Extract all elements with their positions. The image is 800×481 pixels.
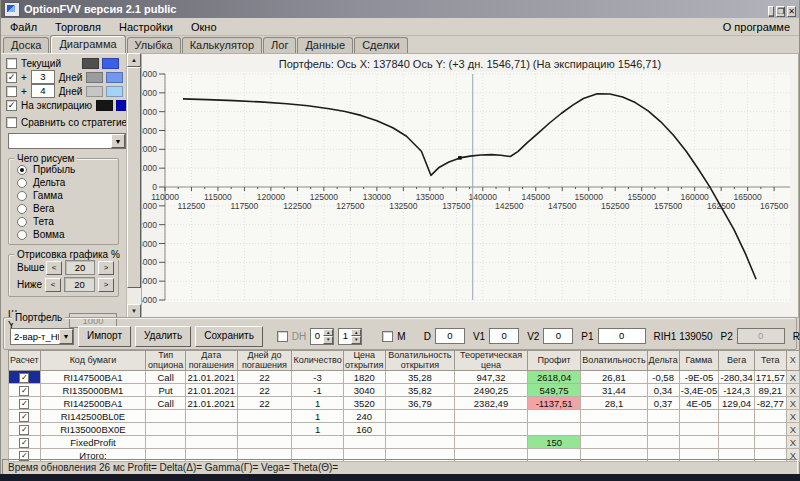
radio-row-profit[interactable]: Прибыль [17, 163, 114, 176]
current-checkbox[interactable] [6, 58, 17, 69]
menu-item-file[interactable]: Файл [1, 20, 46, 34]
column-header: Гамма [679, 351, 719, 371]
tab-board[interactable]: Доска [3, 37, 49, 53]
y-tick-label: 4000 [142, 107, 157, 117]
compare-strategy-checkbox[interactable] [6, 117, 17, 128]
scroll-down-icon[interactable]: ▼ [127, 304, 141, 318]
profit-chart[interactable]: -6000-5000-4000-3000-2000-10000100020003… [142, 54, 800, 317]
menu-item-window[interactable]: Окно [182, 20, 226, 34]
radio-vega[interactable] [17, 204, 27, 214]
calc-checkbox-cell[interactable]: ✓ [9, 410, 41, 423]
spin-up-icon[interactable]: ▲ [323, 329, 333, 337]
strategy-select[interactable]: ▼ [8, 133, 126, 149]
range-below-decrease-button[interactable]: < [45, 278, 61, 292]
scrollbar-thumb[interactable] [127, 67, 141, 288]
row-delete-button[interactable]: X [786, 397, 799, 410]
expiration-checkbox[interactable]: ✓ [6, 100, 17, 111]
row-delete-button[interactable]: X [786, 436, 799, 449]
radio-row-theta[interactable]: Тета [17, 215, 114, 228]
tab-calculator[interactable]: Калькулятор [182, 37, 262, 53]
sidebar-scrollbar[interactable]: ▲ ▼ [126, 53, 141, 318]
calc-checkbox-cell[interactable]: ✓ [9, 423, 41, 436]
row-checkbox[interactable]: ✓ [19, 438, 29, 448]
plus4-fill-color-swatch[interactable] [106, 86, 123, 97]
cell: 89,21 [754, 384, 786, 397]
radio-profit[interactable] [17, 165, 27, 175]
delete-button[interactable]: Удалить [135, 326, 191, 347]
minimize-button[interactable]: _ [768, 6, 774, 17]
range-below-increase-button[interactable]: > [98, 278, 114, 292]
menu-bar: ФайлТорговляНастройкиОкноО программе [1, 18, 799, 36]
calc-checkbox-cell[interactable]: ✓ [9, 371, 41, 384]
radio-row-gamma[interactable]: Гамма [17, 189, 114, 202]
menu-item-trade[interactable]: Торговля [46, 20, 110, 34]
row-checkbox[interactable]: ✓ [19, 412, 29, 422]
status-text: Время обновления 26 мс Profit= Delta(Δ)=… [8, 462, 338, 473]
row-checkbox[interactable]: ✓ [19, 399, 29, 409]
close-button[interactable]: ✕ [787, 6, 796, 17]
tab-smile[interactable]: Улыбка [127, 37, 181, 53]
current-line-color-swatch[interactable] [82, 58, 99, 69]
spin-down-icon[interactable]: ▼ [351, 336, 361, 344]
radio-theta[interactable] [17, 217, 27, 227]
x-tick-label: 137500 [442, 201, 471, 211]
radio-row-vega[interactable]: Вега [17, 202, 114, 215]
import-button[interactable]: Импорт [78, 326, 131, 347]
chevron-down-icon[interactable]: ▼ [111, 134, 125, 148]
v2-input[interactable]: 0 [543, 328, 573, 344]
save-button[interactable]: Сохранить [195, 326, 263, 347]
plus4-line-color-swatch[interactable] [86, 86, 103, 97]
title-bar: OptionFVV версия 2.1 public _❐✕ [1, 0, 799, 18]
spin-down-icon[interactable]: ▼ [323, 336, 333, 344]
menu-item-about[interactable]: О программе [714, 20, 799, 34]
row-checkbox[interactable]: ✓ [19, 425, 29, 435]
tab-log[interactable]: Лог [263, 37, 296, 53]
menu-item-settings[interactable]: Настройки [110, 20, 182, 34]
dh-spinner-2[interactable]: 1 ▲▼ [338, 328, 362, 345]
radio-delta[interactable] [17, 178, 27, 188]
calc-checkbox-cell[interactable]: ✓ [9, 384, 41, 397]
tab-diagram[interactable]: Диаграмма [50, 35, 125, 53]
plus3-days-input[interactable]: 3 [31, 70, 55, 84]
row-checkbox[interactable]: ✓ [19, 386, 29, 396]
d-input[interactable]: 0 [435, 328, 465, 344]
dh-checkbox[interactable] [277, 331, 288, 342]
tab-data[interactable]: Данные [297, 37, 353, 53]
chevron-down-icon[interactable]: ▼ [59, 329, 73, 344]
portfolio-select[interactable]: 2-вар-т_НН ▼ [10, 328, 74, 345]
expiration-line-color-swatch[interactable] [96, 100, 113, 111]
row-delete-button[interactable]: X [786, 423, 799, 436]
plus3-line-color-swatch[interactable] [86, 72, 103, 83]
row-delete-button[interactable]: X [786, 410, 799, 423]
y-tick-label: 1000 [142, 163, 157, 173]
m-checkbox[interactable] [382, 331, 393, 342]
current-fill-color-swatch[interactable] [102, 58, 119, 69]
cell [754, 436, 786, 449]
plus4-checkbox[interactable] [6, 86, 17, 97]
cell [343, 436, 385, 449]
y-tick-label: 5000 [142, 88, 157, 98]
spin-up-icon[interactable]: ▲ [351, 329, 361, 337]
row-delete-button[interactable]: X [786, 384, 799, 397]
cell [186, 436, 238, 449]
radio-vomma[interactable] [17, 230, 27, 240]
plus3-fill-color-swatch[interactable] [106, 72, 123, 83]
radio-row-vomma[interactable]: Вомма [17, 228, 114, 241]
calc-checkbox-cell[interactable]: ✓ [9, 397, 41, 410]
v1-input[interactable]: 0 [489, 328, 519, 344]
radio-row-delta[interactable]: Дельта [17, 176, 114, 189]
row-delete-button[interactable]: X [786, 371, 799, 384]
plus4-days-input[interactable]: 4 [31, 84, 55, 98]
p1-input[interactable]: 0 [598, 328, 646, 344]
x-tick-label: 155000 [628, 192, 657, 202]
maximize-button[interactable]: ❐ [776, 6, 785, 17]
tab-deals[interactable]: Сделки [354, 37, 408, 53]
scroll-up-icon[interactable]: ▲ [127, 53, 141, 67]
radio-gamma[interactable] [17, 191, 27, 201]
row-checkbox[interactable]: ✓ [19, 373, 29, 383]
range-above-decrease-button[interactable]: < [46, 261, 62, 275]
plus3-checkbox[interactable]: ✓ [6, 72, 17, 83]
dh-spinner-1[interactable]: 0 ▲▼ [310, 328, 334, 345]
range-above-increase-button[interactable]: > [98, 261, 114, 275]
calc-checkbox-cell[interactable]: ✓ [9, 436, 41, 449]
